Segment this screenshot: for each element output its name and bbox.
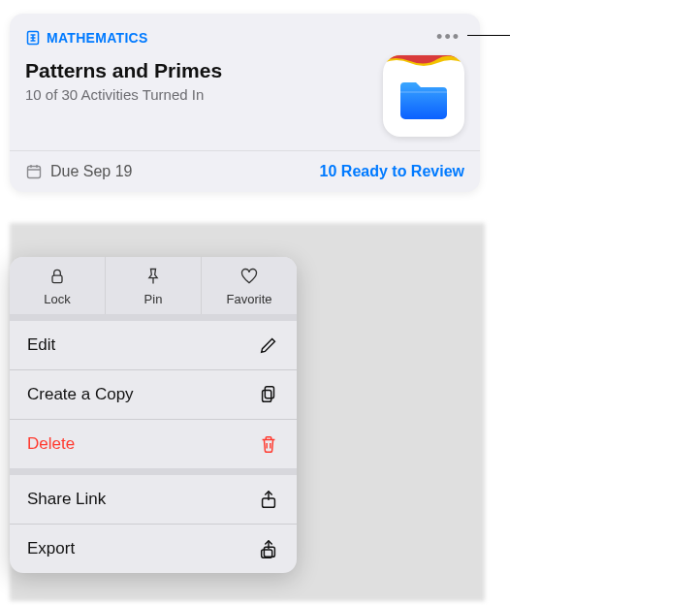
activities-subtitle: 10 of 30 Activities Turned In bbox=[25, 86, 222, 103]
subject-label: MATHEMATICS bbox=[47, 30, 148, 46]
calendar-icon bbox=[25, 163, 43, 180]
pin-button[interactable]: Pin bbox=[106, 257, 202, 314]
ribbon-decoration bbox=[383, 55, 464, 67]
pin-label: Pin bbox=[106, 292, 201, 306]
svg-rect-16 bbox=[264, 547, 274, 557]
pin-icon bbox=[143, 267, 163, 286]
share-icon bbox=[258, 489, 279, 510]
lock-button[interactable]: Lock bbox=[10, 257, 106, 314]
favorite-button[interactable]: Favorite bbox=[202, 257, 297, 314]
favorite-label: Favorite bbox=[202, 292, 297, 306]
delete-menu-item[interactable]: Delete bbox=[10, 419, 297, 468]
export-label: Export bbox=[27, 539, 75, 558]
svg-rect-9 bbox=[52, 275, 62, 283]
subject-row: MATHEMATICS bbox=[25, 30, 148, 46]
pencil-icon bbox=[258, 334, 279, 356]
share-menu-item[interactable]: Share Link bbox=[10, 475, 297, 524]
svg-rect-12 bbox=[263, 390, 271, 401]
app-tile bbox=[383, 55, 464, 137]
export-icon bbox=[258, 538, 279, 559]
lock-label: Lock bbox=[10, 292, 105, 306]
svg-rect-5 bbox=[28, 167, 41, 178]
assignment-title: Patterns and Primes bbox=[25, 59, 222, 82]
folder-icon bbox=[397, 77, 451, 123]
svg-rect-11 bbox=[265, 387, 273, 398]
edit-label: Edit bbox=[27, 335, 55, 355]
delete-label: Delete bbox=[27, 434, 75, 454]
share-label: Share Link bbox=[27, 490, 106, 509]
due-row: Due Sep 19 bbox=[25, 163, 133, 180]
trash-icon bbox=[258, 433, 279, 455]
heart-icon bbox=[239, 267, 259, 286]
review-link[interactable]: 10 Ready to Review bbox=[320, 163, 464, 180]
copy-label: Create a Copy bbox=[27, 385, 134, 404]
export-menu-item[interactable]: Export bbox=[10, 524, 297, 573]
edit-menu-item[interactable]: Edit bbox=[10, 321, 297, 369]
more-button[interactable]: ••• bbox=[432, 25, 464, 49]
context-menu: Lock Pin Favorite Edit Create a Copy Del… bbox=[10, 257, 297, 573]
assignment-card[interactable]: MATHEMATICS ••• Patterns and Primes 10 o… bbox=[10, 14, 480, 192]
due-date-label: Due Sep 19 bbox=[50, 163, 133, 180]
copy-menu-item[interactable]: Create a Copy bbox=[10, 369, 297, 419]
lock-icon bbox=[48, 267, 67, 286]
callout-line bbox=[467, 35, 510, 36]
copy-icon bbox=[258, 384, 279, 405]
subject-icon bbox=[25, 30, 41, 46]
